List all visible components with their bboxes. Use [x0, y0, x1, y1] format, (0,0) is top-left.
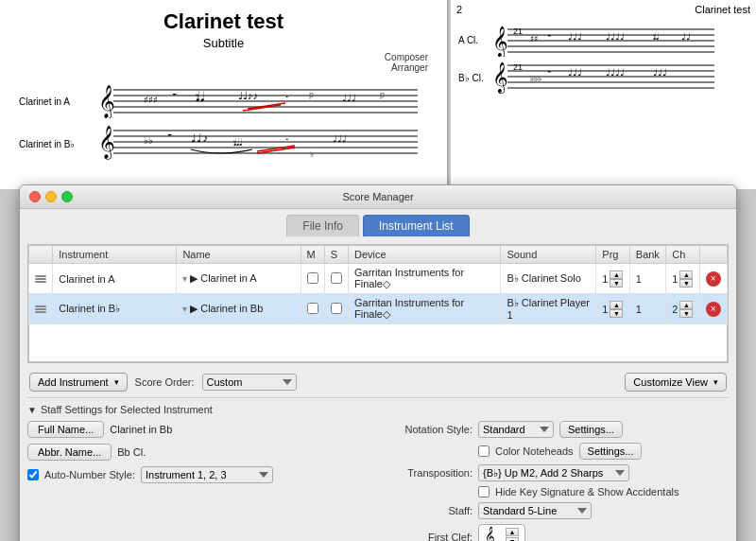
customize-view-button[interactable]: Customize View ▾ [625, 373, 727, 392]
row1-ch-up[interactable]: ▲ [679, 270, 693, 279]
settings-grid: Full Name... Clarinet in Bb Abbr. Name..… [27, 421, 729, 541]
svg-text:𝄾♩♩: 𝄾♩♩ [196, 90, 205, 104]
row1-s[interactable] [324, 264, 348, 294]
row1-m-checkbox[interactable] [307, 272, 318, 284]
color-noteheads-label: Color Noteheads [495, 445, 574, 457]
row2-ch-down[interactable]: ▼ [679, 309, 693, 318]
first-clef-row: First Clef: 𝄞 ▲ ▼ [387, 524, 729, 541]
col-drag [29, 246, 53, 264]
transposition-label: Transposition: [387, 467, 472, 479]
staff-label-bb: Clarinet in B♭ [19, 139, 96, 149]
row2-prg-up[interactable]: ▲ [610, 301, 623, 309]
row2-remove-button[interactable]: × [706, 302, 721, 317]
color-noteheads-row: Color Noteheads Settings... [387, 443, 729, 460]
row2-s[interactable] [324, 294, 348, 324]
notation-settings-button[interactable]: Settings... [559, 421, 623, 438]
composer-label: Composer [19, 52, 428, 62]
col-bank-header: Bank [629, 246, 665, 264]
auto-number-select[interactable]: Instrument 1, 2, 3 [141, 466, 273, 483]
empty-row [29, 343, 728, 362]
settings-left: Full Name... Clarinet in Bb Abbr. Name..… [27, 421, 369, 541]
row2-prg-down[interactable]: ▼ [610, 309, 623, 318]
row1-remove-button[interactable]: × [706, 271, 721, 287]
svg-text:♩♩♩: ♩♩♩ [568, 31, 582, 42]
col-name-header: Name [177, 246, 301, 264]
row1-prg-down[interactable]: ▼ [610, 279, 623, 288]
row2-name-cell: ▾ ▶ Clarinet in Bb [177, 294, 301, 324]
row1-name-cell: ▾ ▶ Clarinet in A [177, 264, 301, 294]
close-button[interactable] [29, 191, 41, 202]
table-row[interactable]: Clarinet in A ▾ ▶ Clarinet in A Garritan… [29, 264, 728, 294]
tab-instrument-list[interactable]: Instrument List [363, 215, 470, 236]
row1-ch-down[interactable]: ▼ [679, 279, 693, 288]
svg-text:𝄾♩♩: 𝄾♩♩ [653, 31, 659, 42]
row1-bank: 1 [629, 264, 665, 294]
maximize-button[interactable] [61, 191, 73, 202]
score-manager-panel: Score Manager File Info Instrument List … [19, 184, 737, 541]
col-s-header: S [324, 246, 348, 264]
empty-row [29, 324, 728, 343]
page2-num: 2 [456, 4, 462, 15]
clef-up[interactable]: ▲ [506, 528, 519, 536]
svg-text:♩♩: ♩♩ [681, 31, 691, 42]
full-name-button[interactable]: Full Name... [27, 421, 104, 438]
row1-m[interactable] [301, 264, 324, 294]
customize-view-container: Customize View ▾ [625, 373, 727, 392]
add-instrument-button[interactable]: Add Instrument ▾ [29, 373, 128, 392]
abbr-name-button[interactable]: Abbr. Name... [27, 444, 112, 461]
score-order-select[interactable]: Custom [202, 374, 297, 391]
page2-inst1-label: A Cl. [458, 35, 492, 45]
row1-prg-up[interactable]: ▲ [610, 270, 623, 279]
score-order-label: Score Order: [135, 376, 195, 388]
hide-key-checkbox[interactable] [478, 486, 490, 497]
row1-drag [29, 264, 53, 294]
panel-title: Score Manager [29, 191, 727, 202]
abbr-name-value: Bb Cl. [117, 446, 146, 458]
page2-inst2-label: B♭ Cl. [458, 73, 492, 83]
row2-s-checkbox[interactable] [331, 303, 342, 314]
row1-ch: 1 ▲ ▼ [666, 264, 699, 294]
row2-prg: 1 ▲ ▼ [596, 294, 629, 324]
section-label: Staff Settings for Selected Instrument [41, 404, 213, 415]
row2-instrument: Clarinet in B♭ [53, 294, 177, 324]
color-settings-button[interactable]: Settings... [579, 443, 643, 460]
page2-staff-a: 𝄞 21 ♯♯ 𝄻 ♩♩♩ ♩♩♩♩ 𝄾♩♩ ♩♩ [492, 23, 719, 57]
row2-m[interactable] [301, 294, 324, 324]
tab-file-info[interactable]: File Info [286, 215, 359, 236]
svg-text:♯♯♯: ♯♯♯ [144, 95, 158, 105]
svg-text:♩♩♩♩: ♩♩♩♩ [606, 67, 625, 78]
notation-style-select[interactable]: Standard [478, 421, 554, 438]
row2-delete[interactable]: × [699, 294, 727, 324]
color-noteheads-checkbox[interactable] [478, 445, 490, 457]
col-ch-header: Ch [666, 246, 699, 264]
row1-s-checkbox[interactable] [331, 272, 342, 284]
col-m-header: M [301, 246, 324, 264]
clef-down[interactable]: ▼ [506, 537, 519, 541]
svg-text:𝄞: 𝄞 [98, 85, 115, 118]
staff-select[interactable]: Standard 5-Line [478, 502, 592, 519]
transposition-select[interactable]: {B♭} Up M2, Add 2 Sharps [478, 464, 629, 481]
svg-text:p: p [309, 90, 314, 99]
first-clef-label: First Clef: [387, 532, 472, 542]
score-right-paper: 2 Clarinet test A Cl. 𝄞 21 ♯♯ 𝄻 ♩♩♩ ♩♩♩♩… [451, 0, 756, 189]
settings-right: Notation Style: Standard Settings... Col… [387, 421, 729, 541]
page2-staff-bb: 𝄞 21 ♭♭♭ 𝄻 ♩♩♩ ♩♩♩♩ ♩♩♩ [492, 59, 719, 96]
svg-text:21: 21 [513, 62, 523, 72]
staff-row: Staff: Standard 5-Line [387, 502, 729, 519]
row2-device: Garritan Instruments for Finale◇ [349, 294, 501, 324]
svg-text:♭♭♭: ♭♭♭ [530, 74, 541, 83]
row2-ch: 2 ▲ ▼ [666, 294, 699, 324]
svg-line-15 [243, 105, 281, 111]
minimize-button[interactable] [45, 191, 57, 202]
table-row[interactable]: Clarinet in B♭ ▾ ▶ Clarinet in Bb Garrit… [29, 294, 728, 324]
row2-m-checkbox[interactable] [307, 303, 318, 314]
row1-prg: 1 ▲ ▼ [596, 264, 629, 294]
svg-text:21: 21 [513, 26, 523, 36]
col-del-header [699, 246, 727, 264]
row2-name: ▶ Clarinet in Bb [190, 303, 263, 314]
row1-delete[interactable]: × [699, 264, 727, 294]
auto-number-row: Auto-Number Style: Instrument 1, 2, 3 [27, 466, 369, 483]
row2-ch-up[interactable]: ▲ [679, 301, 693, 309]
arranger-label: Arranger [19, 62, 428, 73]
auto-number-checkbox[interactable] [27, 469, 39, 480]
